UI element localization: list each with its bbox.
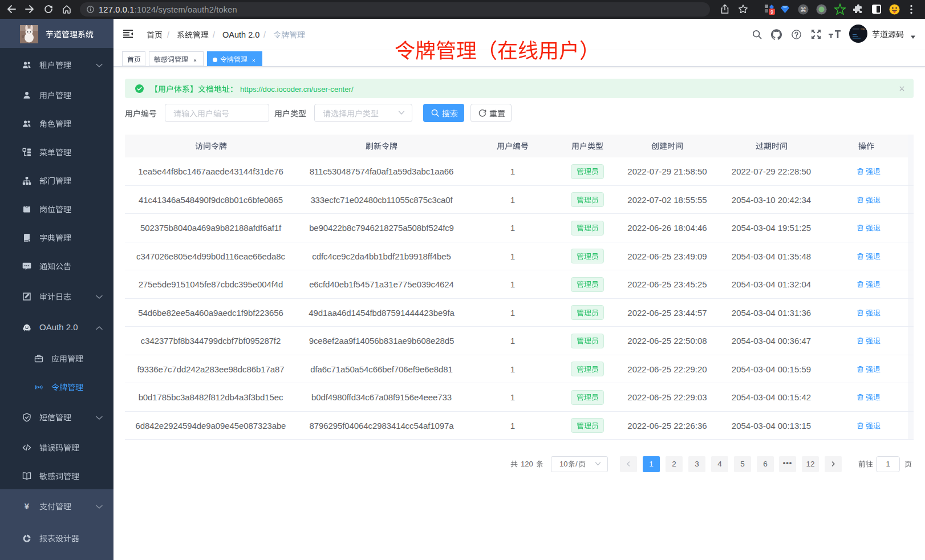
svg-text:¥: ¥ <box>25 502 30 511</box>
svg-text:⌘: ⌘ <box>800 6 806 13</box>
svg-text:9: 9 <box>770 9 773 15</box>
